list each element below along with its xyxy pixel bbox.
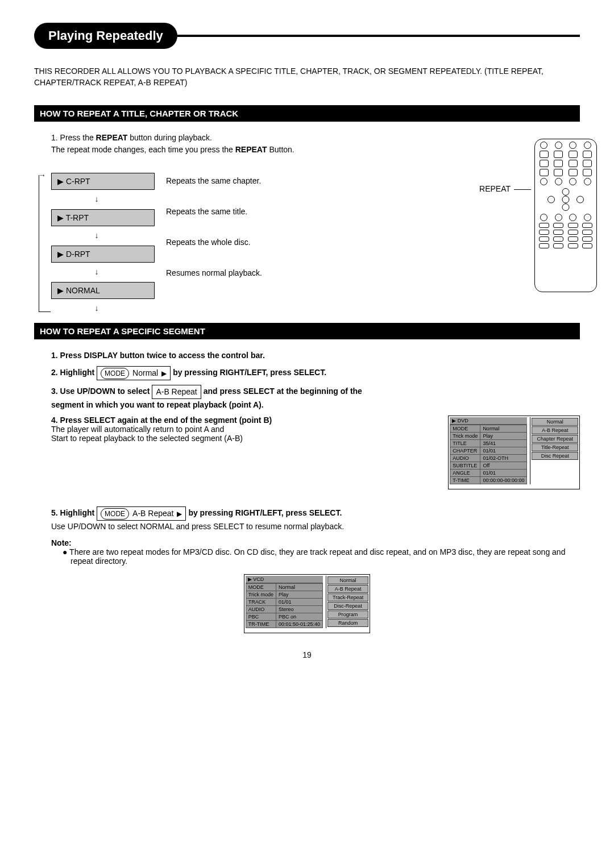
seg-step-4: 4. Press SELECT again at the end of the … (51, 416, 335, 443)
seg-step5-suffix: by pressing RIGHT/LEFT, press SELECT. (188, 508, 342, 517)
repeat-callout-label: REPEAT (479, 139, 511, 193)
seg-step3-mid: and press SELECT at the beginning of the (204, 387, 362, 396)
osd-item: Random (327, 619, 368, 627)
step1-line2-suffix: Button. (267, 145, 294, 154)
vcd-osd-title: ▶ VCD (246, 576, 323, 583)
vcd-osd-menu: Normal A-B Repeat Track-Repeat Disc-Repe… (326, 576, 368, 628)
ab-repeat-box: A-B Repeat (152, 385, 201, 399)
seg-step4-line3: Start to repeat playback to the selected… (51, 434, 243, 443)
seg-step4: 4. Press SELECT again at the end of the … (51, 416, 272, 425)
note-bullet: ● There are two repeat modes for MP3/CD … (63, 547, 580, 566)
dvd-osd-table: MODENormal Trick modePlay TITLE35/41 CHA… (450, 425, 527, 484)
vcd-osd-table: MODENormal Trick modePlay TRACK01/01 AUD… (246, 583, 323, 628)
seg-step-2: 2. Highlight MODE Normal ▶ by pressing R… (51, 366, 580, 380)
mode-value: A-B Repeat (132, 508, 173, 520)
seg-step3-prefix: 3. Use UP/DOWN to select (51, 387, 150, 396)
remote-control-illustration (534, 139, 597, 292)
repeat-modes-list: ▶ C-RPT ▶ T-RPT ▶ D-RPT ▶ NORMAL (51, 173, 155, 312)
mode-t-rpt: ▶ T-RPT (51, 209, 155, 226)
section-2-header: HOW TO REPEAT A SPECIFIC SEGMENT (34, 323, 580, 339)
section-1-header: HOW TO REPEAT A TITLE, CHAPTER OR TRACK (34, 105, 580, 122)
desc-t-rpt: Repeats the same title. (166, 207, 262, 216)
seg-step2-prefix: 2. Highlight (51, 368, 94, 377)
dvd-osd-menu: Normal A-B Repeat Chapter Repeat Title-R… (530, 417, 578, 484)
vcd-osd-left: ▶ VCD MODENormal Trick modePlay TRACK01/… (246, 576, 323, 628)
dvd-osd: ▶ DVD MODENormal Trick modePlay TITLE35/… (448, 416, 580, 489)
repeat-modes-block: ▶ C-RPT ▶ T-RPT ▶ D-RPT ▶ NORMAL Repeats… (51, 173, 580, 312)
loop-arrow-icon (39, 175, 51, 312)
osd-item: Disc Repeat (532, 452, 578, 460)
page-title: Playing Repeatedly (34, 23, 177, 49)
remote-callout: REPEAT (479, 139, 597, 292)
step1-line2-bold: REPEAT (235, 145, 267, 154)
title-bar: Playing Repeatedly (34, 23, 580, 49)
dvd-osd-left: ▶ DVD MODENormal Trick modePlay TITLE35/… (450, 417, 527, 484)
ab-repeat-value: A-B Repeat (156, 386, 197, 398)
arrow-down-icon (51, 233, 142, 239)
step1-suffix: button during playback. (127, 133, 212, 142)
osd-item: Title-Repeat (532, 443, 578, 451)
seg-step5-line2: Use UP/DOWN to select NORMAL and press S… (51, 522, 344, 531)
title-rule (177, 35, 580, 37)
arrow-down-icon (51, 306, 142, 312)
step1-line2-prefix: The repeat mode changes, each time you p… (51, 145, 235, 154)
osd-item: Normal (532, 418, 578, 426)
osd-item: Normal (327, 576, 368, 584)
vcd-osd-wrap: ▶ VCD MODENormal Trick modePlay TRACK01/… (34, 574, 580, 633)
mode-pill: MODE (101, 508, 129, 520)
mode-ab-repeat-box: MODE A-B Repeat ▶ (97, 506, 186, 521)
mode-d-rpt: ▶ D-RPT (51, 246, 155, 263)
mode-value: Normal (132, 367, 158, 379)
note-block: Note: ● There are two repeat modes for M… (51, 538, 580, 566)
step1-bold: REPEAT (96, 133, 128, 142)
dvd-osd-title: ▶ DVD (450, 417, 527, 425)
osd-item: Program (327, 610, 368, 618)
osd-item: Track-Repeat (327, 593, 368, 601)
arrow-down-icon (51, 197, 142, 202)
arrow-down-icon (51, 269, 142, 275)
page-number: 19 (34, 650, 580, 659)
mode-normal: ▶ NORMAL (51, 282, 155, 299)
play-icon: ▶ (177, 509, 182, 519)
seg-step-3: 3. Use UP/DOWN to select A-B Repeat and … (51, 385, 580, 411)
seg-step-1: 1. Press DISPLAY button twice to access … (51, 350, 580, 362)
osd-item: Disc-Repeat (327, 602, 368, 610)
seg-step-4-block: 4. Press SELECT again at the end of the … (51, 416, 580, 495)
desc-normal: Resumes normal playback. (166, 268, 262, 277)
seg-step4-line2: The player will automatically return to … (51, 425, 224, 434)
desc-c-rpt: Repeats the same chapter. (166, 176, 262, 185)
osd-item: A-B Repeat (327, 585, 368, 593)
seg-step3-line2: segment in which you want to repeat play… (51, 400, 264, 409)
seg-step2-suffix: by pressing RIGHT/LEFT, press SELECT. (173, 368, 326, 377)
osd-item: A-B Repeat (532, 426, 578, 434)
desc-d-rpt: Repeats the whole disc. (166, 238, 262, 247)
step1-prefix: 1. Press the (51, 133, 96, 142)
intro-text: THIS RECORDER ALL ALLOWS YOU TO PLAYBACK… (34, 66, 580, 88)
seg-step-5: 5. Highlight MODE A-B Repeat ▶ by pressi… (51, 506, 580, 533)
seg-step5-prefix: 5. Highlight (51, 508, 94, 517)
callout-line (514, 189, 531, 190)
vcd-osd: ▶ VCD MODENormal Trick modePlay TRACK01/… (244, 574, 370, 633)
mode-c-rpt: ▶ C-RPT (51, 173, 155, 190)
repeat-modes-descriptions: Repeats the same chapter. Repeats the sa… (166, 173, 262, 312)
mode-pill: MODE (101, 368, 129, 379)
mode-normal-box: MODE Normal ▶ (97, 366, 171, 380)
note-label: Note: (51, 538, 580, 547)
osd-item: Chapter Repeat (532, 435, 578, 443)
play-icon: ▶ (161, 368, 167, 379)
